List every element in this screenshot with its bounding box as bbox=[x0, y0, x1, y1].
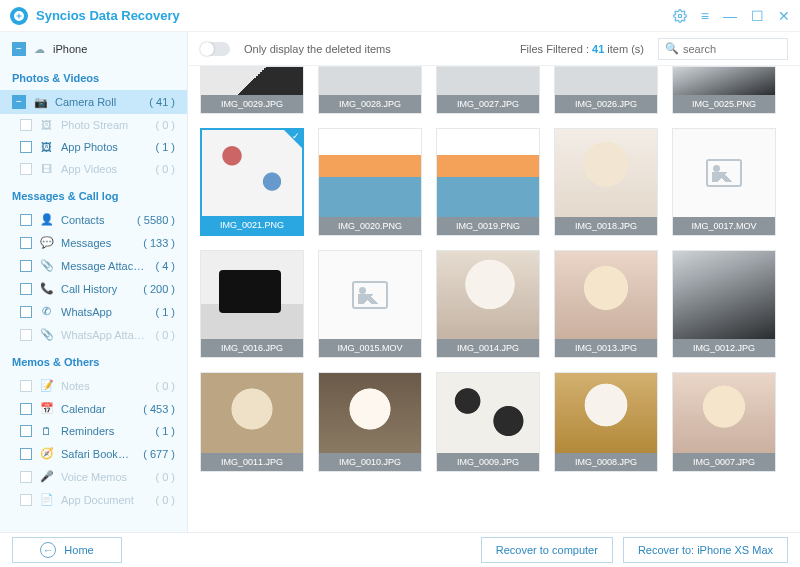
thumbnail[interactable]: IMG_0026.JPG bbox=[554, 66, 658, 114]
recover-to-device-button[interactable]: Recover to: iPhone XS Max bbox=[623, 537, 788, 563]
sidebar-item-safari-bookmark[interactable]: 🧭Safari Bookmark( 677 ) bbox=[0, 442, 187, 465]
device-row[interactable]: − ☁ iPhone bbox=[0, 36, 187, 62]
deleted-toggle-label: Only display the deleted items bbox=[244, 43, 391, 55]
maximize-icon[interactable]: ☐ bbox=[751, 8, 764, 24]
sidebar-item-count: ( 0 ) bbox=[155, 494, 175, 506]
sidebar-item-count: ( 200 ) bbox=[143, 283, 175, 295]
device-collapse-icon[interactable]: − bbox=[12, 42, 26, 56]
thumbnail-image bbox=[555, 129, 657, 217]
sidebar-item-count: ( 133 ) bbox=[143, 237, 175, 249]
thumbnail[interactable]: IMG_0020.PNG bbox=[318, 128, 422, 236]
sidebar-item-calendar[interactable]: 📅Calendar( 453 ) bbox=[0, 397, 187, 420]
thumbnail[interactable]: IMG_0013.JPG bbox=[554, 250, 658, 358]
sidebar-item-reminders[interactable]: 🗒Reminders( 1 ) bbox=[0, 420, 187, 442]
thumbnail-image bbox=[319, 373, 421, 453]
thumbnail-caption: IMG_0011.JPG bbox=[201, 453, 303, 471]
thumbnail[interactable]: IMG_0008.JPG bbox=[554, 372, 658, 472]
thumbnail[interactable]: IMG_0019.PNG bbox=[436, 128, 540, 236]
sidebar-item-label: Voice Memos bbox=[61, 471, 147, 483]
sidebar-item-whatsapp[interactable]: ✆WhatsApp( 1 ) bbox=[0, 300, 187, 323]
reminders-icon: 🗒 bbox=[40, 425, 53, 437]
thumbnail[interactable]: IMG_0012.JPG bbox=[672, 250, 776, 358]
thumbnail[interactable]: IMG_0018.JPG bbox=[554, 128, 658, 236]
thumbnail[interactable]: IMG_0011.JPG bbox=[200, 372, 304, 472]
sidebar-item-voice-memos: 🎤Voice Memos( 0 ) bbox=[0, 465, 187, 488]
sidebar-item-message-attach-[interactable]: 📎Message Attach...( 4 ) bbox=[0, 254, 187, 277]
thumbnail[interactable]: IMG_0029.JPG bbox=[200, 66, 304, 114]
home-button[interactable]: ← Home bbox=[12, 537, 122, 563]
sidebar-item-whatsapp-attach-: 📎WhatsApp Attach...( 0 ) bbox=[0, 323, 187, 346]
sidebar-item-camera-roll[interactable]: −📷Camera Roll( 41 ) bbox=[0, 90, 187, 114]
notes-icon: 📝 bbox=[40, 379, 53, 392]
settings-icon[interactable] bbox=[673, 8, 687, 24]
checkbox[interactable] bbox=[20, 260, 32, 272]
checkbox[interactable] bbox=[20, 403, 32, 415]
thumbnail[interactable]: IMG_0015.MOV bbox=[318, 250, 422, 358]
thumbnail[interactable]: IMG_0010.JPG bbox=[318, 372, 422, 472]
thumbnail-caption: IMG_0018.JPG bbox=[555, 217, 657, 235]
appdoc-icon: 📄 bbox=[40, 493, 53, 506]
sidebar: − ☁ iPhone Photos & Videos −📷Camera Roll… bbox=[0, 32, 188, 532]
sidebar-item-label: Call History bbox=[61, 283, 135, 295]
sidebar-item-messages[interactable]: 💬Messages( 133 ) bbox=[0, 231, 187, 254]
deleted-toggle[interactable] bbox=[200, 42, 230, 56]
app-logo bbox=[10, 7, 28, 25]
thumbnail[interactable]: IMG_0016.JPG bbox=[200, 250, 304, 358]
sidebar-item-count: ( 0 ) bbox=[155, 163, 175, 175]
thumbnail-caption: IMG_0013.JPG bbox=[555, 339, 657, 357]
checkbox[interactable] bbox=[20, 214, 32, 226]
appvideo-icon: 🎞 bbox=[40, 163, 53, 175]
thumbnail-caption: IMG_0010.JPG bbox=[319, 453, 421, 471]
photo-icon: 🖼 bbox=[40, 119, 53, 131]
thumbnail-caption: IMG_0014.JPG bbox=[437, 339, 539, 357]
app-title: Syncios Data Recovery bbox=[36, 8, 180, 23]
thumbnail-image bbox=[202, 130, 302, 216]
sidebar-item-app-photos[interactable]: 🖼App Photos( 1 ) bbox=[0, 136, 187, 158]
image-placeholder-icon bbox=[706, 159, 742, 187]
sidebar-item-label: Notes bbox=[61, 380, 147, 392]
sidebar-item-count: ( 1 ) bbox=[155, 425, 175, 437]
checkbox[interactable] bbox=[20, 425, 32, 437]
thumbnail-caption: IMG_0007.JPG bbox=[673, 453, 775, 471]
search-box[interactable]: 🔍 bbox=[658, 38, 788, 60]
close-icon[interactable]: ✕ bbox=[778, 8, 790, 24]
sidebar-item-count: ( 1 ) bbox=[155, 306, 175, 318]
thumbnail-image bbox=[673, 129, 775, 217]
thumbnail[interactable]: IMG_0014.JPG bbox=[436, 250, 540, 358]
thumbnail[interactable]: IMG_0027.JPG bbox=[436, 66, 540, 114]
thumbnail[interactable]: IMG_0017.MOV bbox=[672, 128, 776, 236]
thumbnail-image bbox=[437, 67, 539, 95]
sidebar-item-label: App Document bbox=[61, 494, 147, 506]
thumbnail-grid[interactable]: IMG_0029.JPGIMG_0028.JPGIMG_0027.JPGIMG_… bbox=[188, 66, 800, 532]
checkbox[interactable] bbox=[20, 141, 32, 153]
checkbox[interactable] bbox=[20, 306, 32, 318]
thumbnail[interactable]: IMG_0007.JPG bbox=[672, 372, 776, 472]
sidebar-item-photo-stream: 🖼Photo Stream( 0 ) bbox=[0, 114, 187, 136]
recover-to-computer-button[interactable]: Recover to computer bbox=[481, 537, 613, 563]
minimize-icon[interactable]: — bbox=[723, 8, 737, 24]
thumbnail[interactable]: IMG_0025.PNG bbox=[672, 66, 776, 114]
checkbox[interactable] bbox=[20, 283, 32, 295]
thumbnail[interactable]: IMG_0028.JPG bbox=[318, 66, 422, 114]
search-input[interactable] bbox=[683, 43, 781, 55]
checkbox[interactable] bbox=[20, 237, 32, 249]
checkbox[interactable] bbox=[20, 448, 32, 460]
thumbnail[interactable]: IMG_0009.JPG bbox=[436, 372, 540, 472]
thumbnail-caption: IMG_0008.JPG bbox=[555, 453, 657, 471]
collapse-icon[interactable]: − bbox=[12, 95, 26, 109]
sidebar-item-call-history[interactable]: 📞Call History( 200 ) bbox=[0, 277, 187, 300]
thumbnail-image bbox=[201, 373, 303, 453]
search-icon: 🔍 bbox=[665, 42, 679, 55]
thumbnail-image bbox=[437, 373, 539, 453]
whatsapp-icon: ✆ bbox=[40, 305, 53, 318]
sidebar-item-count: ( 1 ) bbox=[155, 141, 175, 153]
sidebar-item-count: ( 453 ) bbox=[143, 403, 175, 415]
checkbox bbox=[20, 163, 32, 175]
safari-icon: 🧭 bbox=[40, 447, 53, 460]
sidebar-item-label: Camera Roll bbox=[55, 96, 141, 108]
sidebar-item-count: ( 0 ) bbox=[155, 380, 175, 392]
sidebar-item-contacts[interactable]: 👤Contacts( 5580 ) bbox=[0, 208, 187, 231]
thumbnail[interactable]: IMG_0021.PNG bbox=[200, 128, 304, 236]
menu-icon[interactable]: ≡ bbox=[701, 8, 709, 24]
sidebar-item-label: Contacts bbox=[61, 214, 129, 226]
